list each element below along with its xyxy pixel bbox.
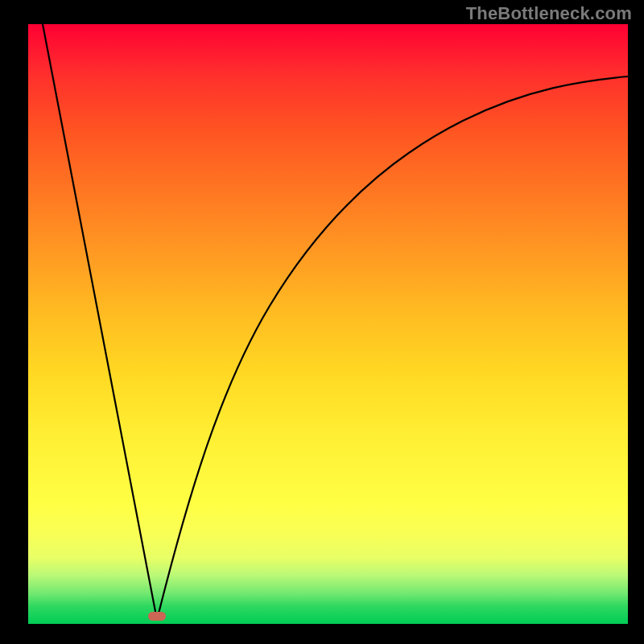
optimal-point-marker [148, 612, 166, 621]
bottleneck-curve [28, 24, 628, 624]
chart-plot-area [28, 24, 628, 624]
curve-path [43, 24, 628, 620]
watermark-text: TheBottleneck.com [466, 3, 632, 24]
